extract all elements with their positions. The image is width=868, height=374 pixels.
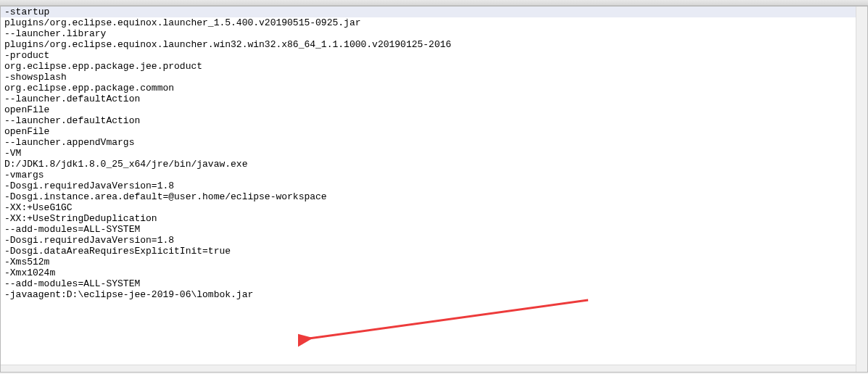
editor-line[interactable]: --launcher.defaultAction (1, 94, 867, 104)
editor-line[interactable]: -vmargs (1, 170, 867, 180)
editor-line[interactable]: -startup (1, 7, 867, 17)
editor-line[interactable]: -showsplash (1, 72, 867, 83)
vertical-scrollbar[interactable] (856, 7, 867, 372)
editor-line[interactable]: -Dosgi.dataAreaRequiresExplicitInit=true (1, 246, 867, 257)
svg-line-1 (309, 300, 588, 338)
annotation-arrow (298, 296, 588, 358)
editor-line[interactable]: -javaagent:D:\eclipse-jee-2019-06\lombok… (1, 289, 867, 300)
horizontal-scrollbar[interactable] (1, 365, 856, 372)
editor-line[interactable]: --launcher.defaultAction (1, 115, 867, 126)
editor-line[interactable]: -Dosgi.requiredJavaVersion=1.8 (1, 235, 867, 246)
editor-line[interactable]: --add-modules=ALL-SYSTEM (1, 278, 867, 289)
editor-line[interactable]: -XX:+UseG1GC (1, 202, 867, 213)
editor-line[interactable]: openFile (1, 126, 867, 137)
editor-line[interactable]: org.eclipse.epp.package.common (1, 83, 867, 94)
editor-line[interactable]: -Dosgi.requiredJavaVersion=1.8 (1, 180, 867, 191)
editor-line[interactable]: -Xmx1024m (1, 267, 867, 278)
editor-line[interactable]: -XX:+UseStringDeduplication (1, 213, 867, 224)
editor-line[interactable]: -Xms512m (1, 257, 867, 267)
editor-line[interactable]: --launcher.appendVmargs (1, 137, 867, 148)
editor-line[interactable]: -Dosgi.instance.area.default=@user.home/… (1, 191, 867, 202)
editor-line[interactable]: plugins/org.eclipse.equinox.launcher.win… (1, 39, 867, 50)
editor-line[interactable]: --add-modules=ALL-SYSTEM (1, 224, 867, 235)
editor-line[interactable]: D:/JDK1.8/jdk1.8.0_25_x64/jre/bin/javaw.… (1, 159, 867, 170)
editor-line[interactable]: --launcher.library (1, 28, 867, 39)
window-toolbar-strip (0, 0, 868, 6)
editor-line[interactable]: plugins/org.eclipse.equinox.launcher_1.5… (1, 17, 867, 28)
editor-line[interactable]: org.eclipse.epp.package.jee.product (1, 61, 867, 72)
editor-line[interactable]: openFile (1, 104, 867, 115)
text-editor[interactable]: -startup plugins/org.eclipse.equinox.lau… (0, 6, 868, 373)
editor-line[interactable]: -product (1, 50, 867, 61)
editor-line[interactable]: -VM (1, 148, 867, 159)
